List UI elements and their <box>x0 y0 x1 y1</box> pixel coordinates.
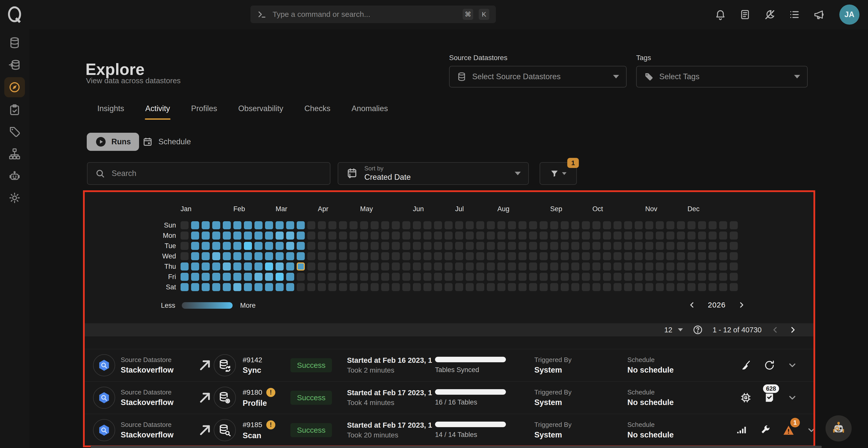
sidebar-item-checks[interactable] <box>4 100 25 120</box>
heatmap-cell[interactable] <box>730 252 738 260</box>
heatmap-cell[interactable] <box>634 231 643 239</box>
heatmap-cell[interactable] <box>487 231 495 239</box>
heatmap-cell[interactable] <box>539 242 548 250</box>
heatmap-cell[interactable] <box>529 262 537 270</box>
heatmap-cell[interactable] <box>202 252 210 260</box>
heatmap-cell[interactable] <box>529 283 537 291</box>
heatmap-cell[interactable] <box>276 231 284 239</box>
heatmap-cell[interactable] <box>191 231 199 239</box>
heatmap-cell[interactable] <box>508 273 516 281</box>
heatmap-cell[interactable] <box>656 252 664 260</box>
theme-toggle-icon[interactable] <box>764 9 775 20</box>
heatmap-cell[interactable] <box>466 283 474 291</box>
heatmap-cell[interactable] <box>318 252 326 260</box>
heatmap-cell[interactable] <box>529 221 537 229</box>
heatmap-cell[interactable] <box>634 252 643 260</box>
heatmap-cell[interactable] <box>539 273 548 281</box>
heatmap-cell[interactable] <box>582 273 590 281</box>
heatmap-cell[interactable] <box>360 262 368 270</box>
heatmap-cell[interactable] <box>550 283 558 291</box>
heatmap-cell[interactable] <box>297 283 305 291</box>
heatmap-cell[interactable] <box>234 273 241 281</box>
heatmap-cell[interactable] <box>645 273 653 281</box>
heatmap-cell[interactable] <box>254 221 262 229</box>
heatmap-cell[interactable] <box>730 242 738 250</box>
heatmap-cell[interactable] <box>202 262 210 270</box>
heatmap-cell[interactable] <box>582 231 590 239</box>
heatmap-cell[interactable] <box>307 273 315 281</box>
heatmap-cell[interactable] <box>212 242 220 250</box>
heatmap-cell[interactable] <box>329 273 336 281</box>
heatmap-cell[interactable] <box>487 262 495 270</box>
heatmap-cell[interactable] <box>582 242 590 250</box>
open-external-icon[interactable] <box>196 389 214 407</box>
heatmap-cell[interactable] <box>666 252 674 260</box>
sort-select[interactable]: Sort by Created Date <box>338 162 529 185</box>
heatmap-cell[interactable] <box>286 221 294 229</box>
chevron-down-icon[interactable] <box>787 393 797 403</box>
heatmap-cell[interactable] <box>677 262 685 270</box>
tab-anomalies[interactable]: Anomalies <box>351 103 389 120</box>
heatmap-cell[interactable] <box>265 231 273 239</box>
heatmap-cell[interactable] <box>571 262 579 270</box>
heatmap-cell[interactable] <box>571 252 579 260</box>
heatmap-cell[interactable] <box>339 221 347 229</box>
heatmap-cell[interactable] <box>656 231 664 239</box>
heatmap-cell[interactable] <box>550 242 558 250</box>
heatmap-cell[interactable] <box>561 273 569 281</box>
refresh-icon[interactable] <box>764 359 775 371</box>
heatmap-cell[interactable] <box>318 221 326 229</box>
heatmap-cell[interactable] <box>730 231 738 239</box>
heatmap-cell[interactable] <box>381 231 389 239</box>
runs-toggle-button[interactable]: Runs <box>87 133 139 151</box>
heatmap-cell[interactable] <box>614 242 622 250</box>
heatmap-cell[interactable] <box>687 273 695 281</box>
heatmap-cell[interactable] <box>360 231 368 239</box>
heatmap-cell[interactable] <box>276 273 284 281</box>
list-icon[interactable] <box>788 9 800 20</box>
heatmap-cell[interactable] <box>487 283 495 291</box>
heatmap-cell[interactable] <box>318 273 326 281</box>
heatmap-cell[interactable] <box>487 242 495 250</box>
heatmap-cell[interactable] <box>656 242 664 250</box>
heatmap-cell[interactable] <box>730 273 738 281</box>
heatmap-cell[interactable] <box>349 221 358 229</box>
heatmap-cell[interactable] <box>360 273 368 281</box>
heatmap-cell[interactable] <box>497 273 505 281</box>
heatmap-cell[interactable] <box>687 242 695 250</box>
heatmap-cell[interactable] <box>191 283 199 291</box>
sidebar-item-bot[interactable] <box>4 166 25 186</box>
heatmap-cell[interactable] <box>645 283 653 291</box>
heatmap-cell[interactable] <box>455 273 463 281</box>
heatmap-cell[interactable] <box>497 242 505 250</box>
heatmap-cell[interactable] <box>698 283 706 291</box>
heatmap-cell[interactable] <box>677 231 685 239</box>
heatmap-cell[interactable] <box>360 242 368 250</box>
heatmap-cell[interactable] <box>529 231 537 239</box>
heatmap-cell[interactable] <box>709 231 717 239</box>
heatmap-cell[interactable] <box>719 283 727 291</box>
heatmap-cell[interactable] <box>709 262 717 270</box>
heatmap-cell[interactable] <box>434 283 442 291</box>
heatmap-cell[interactable] <box>539 221 548 229</box>
heatmap-cell[interactable] <box>719 231 727 239</box>
heatmap-cell[interactable] <box>550 221 558 229</box>
sidebar-item-tags[interactable] <box>4 122 25 142</box>
heatmap-cell[interactable] <box>519 242 527 250</box>
heatmap-cell[interactable] <box>466 221 474 229</box>
heatmap-cell[interactable] <box>212 231 220 239</box>
sidebar-item-source-records[interactable] <box>4 55 25 75</box>
heatmap-cell[interactable] <box>402 283 410 291</box>
heatmap-cell[interactable] <box>508 242 516 250</box>
heatmap-cell[interactable] <box>698 231 706 239</box>
heatmap-cell[interactable] <box>487 252 495 260</box>
source-datastores-select[interactable]: Select Source Datastores <box>449 66 627 88</box>
heatmap-cell[interactable] <box>339 283 347 291</box>
heatmap-cell[interactable] <box>444 221 453 229</box>
next-page-button[interactable] <box>789 326 797 334</box>
heatmap-cell[interactable] <box>624 231 632 239</box>
heatmap-cell[interactable] <box>476 273 484 281</box>
heatmap-cell[interactable] <box>424 283 432 291</box>
heatmap-cell[interactable] <box>265 283 273 291</box>
heatmap-cell[interactable] <box>466 262 474 270</box>
